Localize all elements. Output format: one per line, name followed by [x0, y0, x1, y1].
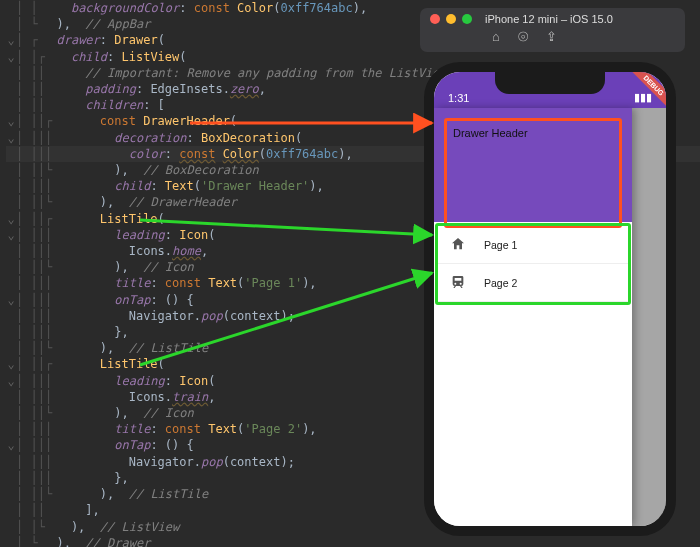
simulator-title: iPhone 12 mini – iOS 15.0	[485, 13, 613, 25]
close-icon[interactable]	[430, 14, 440, 24]
simulator-titlebar[interactable]: iPhone 12 mini – iOS 15.0 ⌂ ⦾ ⇪	[420, 8, 685, 52]
status-time: 1:31	[448, 92, 469, 104]
minimize-icon[interactable]	[446, 14, 456, 24]
home-icon[interactable]: ⌂	[492, 29, 500, 45]
code-listtile-2: ListTile	[100, 357, 158, 371]
list-tile-label: Page 2	[484, 277, 517, 289]
notch	[495, 72, 605, 94]
home-icon	[450, 236, 466, 254]
train-icon	[450, 274, 466, 292]
drawer: Drawer Header Page 1 Page 2	[434, 108, 632, 526]
list-tile-page-1[interactable]: Page 1	[438, 226, 628, 264]
code-drawerheader: DrawerHeader	[143, 114, 230, 128]
list-tile-page-2[interactable]: Page 2	[438, 264, 628, 302]
drawer-header: Drawer Header	[434, 108, 632, 222]
simulator-window: iPhone 12 mini – iOS 15.0 ⌂ ⦾ ⇪	[420, 8, 685, 52]
status-indicators: ▮▮▮	[634, 91, 652, 104]
code-listtile-1: ListTile	[100, 212, 158, 226]
device-frame: DEBUG 1:31 ▮▮▮ Drawer Header Page 1	[424, 62, 676, 536]
traffic-lights[interactable]	[430, 14, 472, 24]
screenshot-icon[interactable]: ⦾	[518, 29, 528, 45]
share-icon[interactable]: ⇪	[546, 29, 557, 45]
list-tile-label: Page 1	[484, 239, 517, 251]
drawer-scrim[interactable]	[632, 108, 666, 526]
zoom-icon[interactable]	[462, 14, 472, 24]
drawer-header-text: Drawer Header	[453, 127, 528, 139]
